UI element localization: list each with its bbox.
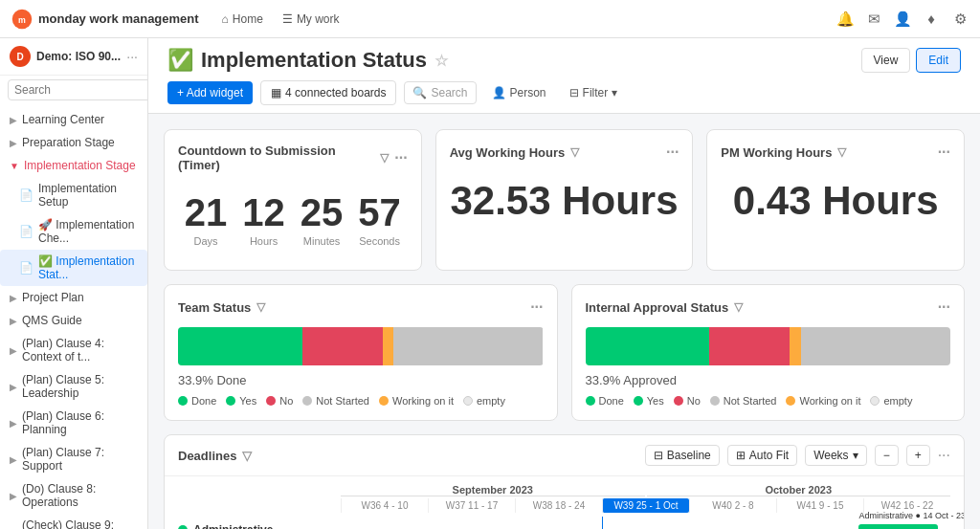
approval-title: Internal Approval Status ▽ ···	[586, 298, 951, 316]
widget-row-1: Countdown to Submission (Timer) ▽ ··· 21…	[164, 129, 965, 271]
header-actions: View Edit	[861, 48, 961, 73]
search-placeholder: Search	[431, 86, 467, 99]
nav-home[interactable]: ⌂ Home	[214, 9, 271, 30]
weeks-select[interactable]: Weeks ▾	[805, 445, 866, 466]
countdown-widget: Countdown to Submission (Timer) ▽ ··· 21…	[164, 129, 422, 271]
deadlines-more-icon[interactable]: ···	[938, 447, 950, 464]
approval-title-text: Internal Approval Status	[586, 300, 729, 315]
sidebar-item-learning-center[interactable]: ▶ Learning Center	[0, 108, 147, 131]
search-box[interactable]: 🔍 Search	[404, 81, 476, 104]
legend-not-started: Not Started	[302, 395, 369, 407]
sidebar-item-status[interactable]: 📄 ✅ Implementation Stat...	[0, 250, 147, 286]
monday-logo-icon: m	[11, 9, 33, 30]
team-status-more-icon[interactable]: ···	[530, 298, 543, 316]
sidebar-item-clause7[interactable]: ▶ (Plan) Clause 7: Support	[0, 441, 147, 477]
legend-empty-dot	[463, 396, 473, 406]
baseline-icon: ⊟	[654, 449, 663, 462]
gantt-area: September 2023 October 2023 W36 4 - 10 W…	[165, 476, 964, 529]
nav-mywork[interactable]: ☰ My work	[275, 9, 347, 30]
nav-mywork-label: My work	[297, 12, 340, 26]
approval-more-icon[interactable]: ···	[938, 298, 950, 316]
chevron-down-icon: ▾	[612, 86, 617, 99]
legend-working-dot	[379, 396, 389, 406]
chevron-down-icon: ▾	[853, 449, 858, 462]
view-button[interactable]: View	[861, 48, 911, 73]
countdown-title-text: Countdown to Submission (Timer)	[178, 143, 374, 172]
sidebar-item-clause9[interactable]: ▶ (Check) Clause 9: Performa...	[0, 514, 147, 529]
pm-hours-title: PM Working Hours ▽ ···	[721, 143, 950, 161]
avg-hours-more-icon[interactable]: ···	[666, 143, 679, 161]
legend-no-dot	[266, 396, 276, 406]
diamond-icon[interactable]: ♦	[923, 11, 940, 28]
gantt-row-admin-bars: Administrative ● 14 Oct - 23 Nov ●	[341, 517, 950, 529]
approval-no-label: No	[687, 395, 701, 407]
sidebar-item-clause5[interactable]: ▶ (Plan) Clause 5: Leadership	[0, 368, 147, 405]
sidebar-search-input[interactable]	[8, 79, 148, 100]
timer-seconds-number: 57	[358, 193, 401, 231]
filter-label: Filter	[583, 86, 609, 99]
doc-icon: 📄	[19, 188, 33, 202]
deadlines-title-text: Deadlines	[178, 449, 236, 463]
legend-yes-label: Yes	[239, 395, 256, 407]
sidebar-item-clause6[interactable]: ▶ (Plan) Clause 6: Planning	[0, 405, 147, 441]
sidebar-item-label: 🚀 Implementation Che...	[38, 218, 138, 245]
autofit-button[interactable]: ⊞ Auto Fit	[727, 445, 797, 466]
workspace-more-icon[interactable]: ···	[126, 49, 138, 64]
admin-gantt-bar: Administrative ● 14 Oct - 23 Nov ●	[858, 524, 938, 529]
baseline-button[interactable]: ⊟ Baseline	[645, 445, 720, 466]
add-widget-button[interactable]: + Add widget	[167, 81, 253, 104]
team-status-no	[302, 327, 383, 365]
sidebar-item-checklist[interactable]: 📄 🚀 Implementation Che...	[0, 213, 147, 250]
gantt-row-admin-label: Administrative	[178, 523, 341, 529]
sidebar-item-preparation[interactable]: ▶ Preparation Stage	[0, 131, 147, 154]
timer-minutes-number: 25	[301, 193, 344, 231]
mail-icon[interactable]: ✉	[865, 11, 882, 28]
legend-done: Done	[178, 395, 216, 407]
zoom-in-button[interactable]: +	[906, 445, 930, 466]
team-status-bar-container	[178, 327, 544, 365]
chevron-right-icon: ▶	[10, 418, 17, 429]
chevron-down-icon: ▼	[10, 161, 19, 171]
sidebar-item-project-plan[interactable]: ▶ Project Plan	[0, 286, 147, 309]
page-title-text: Implementation Status	[201, 48, 427, 73]
apps-icon[interactable]: ⚙	[951, 11, 969, 28]
legend-working-label: Working on it	[392, 395, 454, 407]
sidebar-item-clause8[interactable]: ▶ (Do) Clause 8: Operations	[0, 477, 147, 514]
pm-hours-title-text: PM Working Hours	[721, 145, 832, 160]
team-status-widget: Team Status ▽ ··· 33.9% Done	[164, 284, 558, 421]
sidebar-item-setup[interactable]: 📄 Implementation Setup	[0, 177, 147, 213]
sidebar-item-clause4[interactable]: ▶ (Plan) Clause 4: Context of t...	[0, 332, 147, 368]
sidebar-item-label: (Plan) Clause 5: Leadership	[22, 373, 138, 400]
legend-done-dot	[178, 396, 188, 406]
team-status-legend: Done Yes No Not Started	[178, 395, 544, 407]
deadlines-filter-icon: ▽	[242, 449, 252, 463]
filter-button[interactable]: ⊟ Filter ▾	[562, 82, 626, 103]
legend-working: Working on it	[379, 395, 454, 407]
chevron-right-icon: ▶	[10, 491, 17, 501]
sidebar-item-implementation-stage[interactable]: ▼ Implementation Stage	[0, 154, 147, 177]
workspace-name: Demo: ISO 90...	[36, 50, 121, 63]
legend-done-label: Done	[191, 395, 216, 407]
sidebar-item-label: (Plan) Clause 4: Context of t...	[22, 337, 138, 364]
bell-icon[interactable]: 🔔	[836, 11, 854, 28]
zoom-out-button[interactable]: −	[875, 445, 899, 466]
person-filter-button[interactable]: 👤 Person	[484, 82, 554, 103]
deadlines-toolbar: ⊟ Baseline ⊞ Auto Fit Weeks ▾ − +	[645, 445, 950, 466]
approval-empty-label: empty	[883, 395, 912, 407]
svg-text:m: m	[18, 14, 26, 24]
topbar: m monday work management ⌂ Home ☰ My wor…	[0, 0, 980, 38]
approval-legend-working: Working on it	[786, 395, 860, 407]
countdown-more-icon[interactable]: ···	[394, 149, 407, 166]
chevron-right-icon: ▶	[10, 454, 17, 465]
main-layout: D Demo: ISO 90... ··· + ▶ Learning Cente…	[0, 38, 980, 529]
edit-button[interactable]: Edit	[916, 48, 961, 73]
star-icon[interactable]: ☆	[434, 52, 448, 70]
team-status-percentage: 33.9% Done	[178, 373, 544, 387]
user-icon[interactable]: 👤	[894, 11, 911, 28]
pm-hours-more-icon[interactable]: ···	[938, 143, 950, 161]
gantt-month-october: October 2023	[647, 484, 951, 496]
sidebar-item-qms[interactable]: ▶ QMS Guide	[0, 309, 147, 332]
team-status-done	[178, 327, 302, 365]
widget-row-2: Team Status ▽ ··· 33.9% Done	[164, 284, 965, 421]
connected-boards-button[interactable]: ▦ 4 connected boards	[260, 80, 396, 105]
